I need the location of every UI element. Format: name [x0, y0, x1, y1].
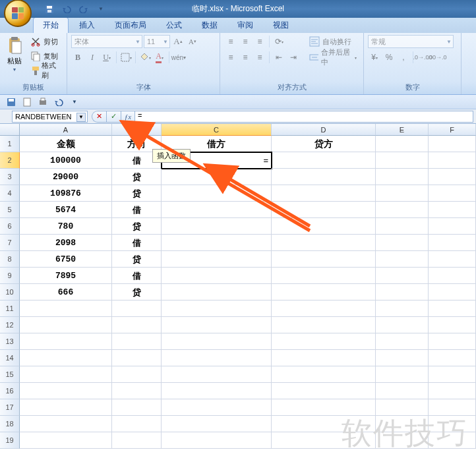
cell-C17[interactable]: [162, 399, 272, 416]
cell-B8[interactable]: 贷: [112, 251, 162, 268]
align-left-icon[interactable]: ≡: [224, 51, 237, 64]
row-header[interactable]: 12: [0, 317, 20, 333]
row-header[interactable]: 18: [0, 416, 20, 432]
name-box-dropdown-icon[interactable]: ▼: [76, 113, 86, 122]
cell-A11[interactable]: [20, 301, 112, 317]
cell-C5[interactable]: [162, 202, 272, 218]
cancel-formula-button[interactable]: ✕: [92, 111, 106, 123]
tab-data[interactable]: 数据: [193, 18, 227, 33]
save-icon-2[interactable]: [4, 96, 18, 109]
save-icon[interactable]: [42, 3, 57, 16]
merge-center-button[interactable]: 合并后居中▾: [307, 51, 359, 64]
align-top-icon[interactable]: ≡: [224, 35, 237, 48]
qat2-dropdown-icon[interactable]: ▼: [67, 96, 82, 109]
cell-A13[interactable]: [20, 333, 112, 350]
cell-B7[interactable]: 借: [112, 235, 162, 251]
cell-C13[interactable]: [162, 333, 272, 350]
cell-E8[interactable]: [376, 251, 429, 268]
cell-C12[interactable]: [162, 317, 272, 333]
row-header[interactable]: 16: [0, 383, 20, 399]
cell-E16[interactable]: [376, 383, 429, 399]
tab-formulas[interactable]: 公式: [157, 18, 191, 33]
office-button[interactable]: [4, 0, 32, 27]
col-header-c[interactable]: C: [162, 124, 272, 136]
cell-D4[interactable]: [272, 185, 376, 202]
cell-E3[interactable]: [376, 169, 429, 185]
cell-A7[interactable]: 2098: [20, 235, 112, 251]
cell-F3[interactable]: [429, 169, 476, 185]
align-center-icon[interactable]: ≡: [239, 51, 252, 64]
undo-icon[interactable]: [59, 3, 74, 16]
wrap-text-button[interactable]: 自动换行: [307, 35, 359, 48]
italic-button[interactable]: I: [86, 51, 99, 64]
font-name-combo[interactable]: 宋体▼: [71, 35, 142, 48]
cell-E7[interactable]: [376, 235, 429, 251]
font-size-combo[interactable]: 11▼: [144, 35, 170, 48]
cell-E2[interactable]: [376, 152, 429, 169]
cell-D16[interactable]: [272, 383, 376, 399]
cell-C4[interactable]: [162, 185, 272, 202]
cell-B10[interactable]: 贷: [112, 284, 162, 301]
spreadsheet-grid[interactable]: A B C D E F 1金额方向借方贷方2100000借=329000贷410…: [0, 124, 476, 449]
row-header[interactable]: 6: [0, 218, 20, 235]
cell-A9[interactable]: 7895: [20, 268, 112, 284]
cell-C6[interactable]: [162, 218, 272, 235]
cell-F6[interactable]: [429, 218, 476, 235]
row-header[interactable]: 11: [0, 301, 20, 317]
align-middle-icon[interactable]: ≡: [239, 35, 252, 48]
cell-D10[interactable]: [272, 284, 376, 301]
cell-C9[interactable]: [162, 268, 272, 284]
cell-B4[interactable]: 贷: [112, 185, 162, 202]
insert-function-button[interactable]: ƒx: [121, 111, 135, 123]
phonetic-button[interactable]: wén▾: [172, 51, 185, 64]
cell-A2[interactable]: 100000: [20, 152, 112, 169]
cell-E14[interactable]: [376, 350, 429, 366]
cell-D13[interactable]: [272, 333, 376, 350]
number-format-combo[interactable]: 常规▼: [368, 35, 454, 48]
orientation-icon[interactable]: ⟳▾: [272, 35, 285, 48]
tab-page-layout[interactable]: 页面布局: [105, 18, 156, 33]
align-bottom-icon[interactable]: ≡: [253, 35, 266, 48]
cell-B18[interactable]: [112, 416, 162, 432]
cell-B14[interactable]: [112, 350, 162, 366]
cell-F12[interactable]: [429, 317, 476, 333]
percent-icon[interactable]: %: [382, 51, 396, 64]
cell-F14[interactable]: [429, 350, 476, 366]
cell-A5[interactable]: 5674: [20, 202, 112, 218]
qat-dropdown-icon[interactable]: ▼: [94, 3, 108, 16]
cell-A17[interactable]: [20, 399, 112, 416]
cell-B12[interactable]: [112, 317, 162, 333]
tab-home[interactable]: 开始: [33, 17, 69, 33]
cell-A12[interactable]: [20, 317, 112, 333]
cell-F13[interactable]: [429, 333, 476, 350]
row-header[interactable]: 4: [0, 185, 20, 202]
cell-F7[interactable]: [429, 235, 476, 251]
cell-A18[interactable]: [20, 416, 112, 432]
cell-D9[interactable]: [272, 268, 376, 284]
col-header-b[interactable]: B: [112, 124, 162, 136]
cut-button[interactable]: 剪切: [28, 35, 63, 48]
cell-B6[interactable]: 贷: [112, 218, 162, 235]
cell-D7[interactable]: [272, 235, 376, 251]
cell-B17[interactable]: [112, 399, 162, 416]
cell-A19[interactable]: [20, 432, 112, 449]
fill-color-button[interactable]: ▾: [138, 51, 152, 64]
cell-E11[interactable]: [376, 301, 429, 317]
row-header[interactable]: 5: [0, 202, 20, 218]
cell-A4[interactable]: 109876: [20, 185, 112, 202]
enter-formula-button[interactable]: ✓: [106, 111, 121, 123]
cell-C7[interactable]: [162, 235, 272, 251]
formula-input[interactable]: =: [135, 111, 473, 123]
cell-E12[interactable]: [376, 317, 429, 333]
decrease-indent-icon[interactable]: ⇤: [272, 51, 285, 64]
cell-E15[interactable]: [376, 366, 429, 383]
decrease-font-icon[interactable]: A▾: [186, 35, 199, 48]
row-header[interactable]: 1: [0, 136, 20, 152]
cell-B3[interactable]: 贷: [112, 169, 162, 185]
increase-indent-icon[interactable]: ⇥: [287, 51, 300, 64]
cell-C14[interactable]: [162, 350, 272, 366]
cell-D3[interactable]: [272, 169, 376, 185]
cell-A10[interactable]: 666: [20, 284, 112, 301]
currency-icon[interactable]: ¥▾: [368, 51, 381, 64]
print-preview-icon[interactable]: [36, 96, 50, 109]
